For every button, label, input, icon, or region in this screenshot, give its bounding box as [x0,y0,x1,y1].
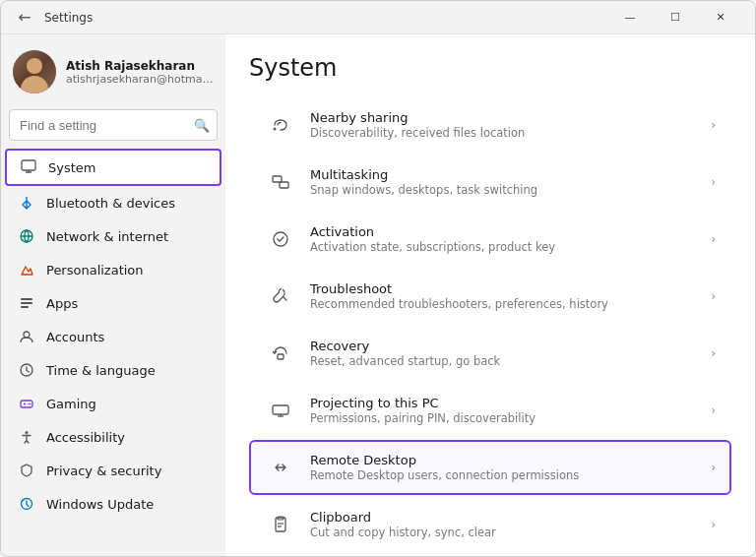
nearby-sharing-desc: Discoverability, received files location [310,126,697,140]
sidebar-item-gaming[interactable]: Gaming [5,387,221,420]
projecting-text: Projecting to this PC Permissions, pairi… [310,396,697,425]
time-icon [17,360,36,380]
settings-item-multitasking[interactable]: Multitasking Snap windows, desktops, tas… [249,155,731,210]
recovery-desc: Reset, advanced startup, go back [310,354,697,368]
multitasking-desc: Snap windows, desktops, task switching [310,183,697,197]
user-profile[interactable]: Atish Rajasekharan atishrjasekharan@hotm… [1,34,225,105]
sidebar: Atish Rajasekharan atishrjasekharan@hotm… [1,34,225,556]
svg-rect-19 [280,182,288,188]
sidebar-item-label: Time & language [46,363,156,378]
recovery-icon [265,338,296,369]
nearby-sharing-title: Nearby sharing [310,110,697,125]
troubleshoot-desc: Recommended troubleshooters, preferences… [310,297,697,311]
search-icon: 🔍 [194,118,210,133]
search-input[interactable] [9,109,218,141]
settings-item-troubleshoot[interactable]: Troubleshoot Recommended troubleshooters… [249,269,731,324]
activation-chevron: › [711,232,716,246]
sidebar-item-accounts[interactable]: Accounts [5,320,221,353]
sidebar-item-label: Accounts [46,330,104,344]
settings-item-clipboard[interactable]: Clipboard Cut and copy history, sync, cl… [249,497,731,552]
nav-list: System Bluetooth & devices Network & int… [1,149,225,521]
sidebar-item-privacy[interactable]: Privacy & security [5,454,221,487]
user-info: Atish Rajasekharan atishrjasekharan@hotm… [66,59,214,86]
remote-desktop-desc: Remote Desktop users, connection permiss… [310,468,697,482]
page-title: System [249,54,731,82]
titlebar-title: Settings [44,11,599,25]
troubleshoot-chevron: › [711,289,716,303]
svg-rect-7 [21,306,29,308]
multitasking-text: Multitasking Snap windows, desktops, tas… [310,167,697,197]
remote-desktop-chevron: › [711,461,716,474]
user-name: Atish Rajasekharan [66,59,214,73]
accounts-icon [17,327,36,346]
sidebar-item-bluetooth[interactable]: Bluetooth & devices [5,186,221,219]
sidebar-item-label: Bluetooth & devices [46,196,175,211]
recovery-text: Recovery Reset, advanced startup, go bac… [310,339,697,368]
svg-rect-6 [21,302,32,304]
windows-update-icon [17,494,36,514]
settings-window: ← Settings — ☐ ✕ Atish Rajasekharan atis… [0,0,756,557]
activation-text: Activation Activation state, subscriptio… [310,224,697,254]
sidebar-item-label: Network & internet [46,229,168,244]
svg-point-8 [24,332,30,338]
settings-item-nearby-sharing[interactable]: Nearby sharing Discoverability, received… [249,97,731,153]
sidebar-item-windows-update[interactable]: Windows Update [5,487,221,521]
sidebar-item-personalization[interactable]: Personalization [5,253,221,286]
sidebar-item-time[interactable]: Time & language [5,353,221,387]
bluetooth-icon [17,193,36,213]
personalization-icon [17,260,36,279]
svg-rect-5 [21,298,32,300]
sidebar-item-label: System [48,160,95,175]
close-button[interactable]: ✕ [698,1,743,34]
search-box: 🔍 [9,109,218,141]
svg-rect-22 [273,405,288,414]
sidebar-item-network[interactable]: Network & internet [5,219,221,253]
recovery-title: Recovery [310,339,697,353]
minimize-button[interactable]: — [607,1,653,34]
svg-point-20 [274,232,287,246]
sidebar-item-label: Privacy & security [46,464,161,478]
remote-desktop-icon [265,452,296,483]
main-content: System Nearby sharing Discoverability, r… [225,34,755,556]
maximize-button[interactable]: ☐ [653,1,698,34]
multitasking-chevron: › [711,175,716,189]
projecting-icon [265,395,296,426]
recovery-chevron: › [711,346,716,360]
svg-point-13 [28,403,30,405]
svg-rect-18 [273,176,282,182]
settings-item-projecting[interactable]: Projecting to this PC Permissions, pairi… [249,383,731,438]
clipboard-chevron: › [711,518,716,531]
multitasking-title: Multitasking [310,167,697,182]
content-area: Atish Rajasekharan atishrjasekharan@hotm… [1,34,755,556]
projecting-chevron: › [711,403,716,417]
sidebar-item-system[interactable]: System [5,149,221,186]
gaming-icon [17,394,36,413]
activation-title: Activation [310,224,697,239]
system-icon [19,157,38,177]
troubleshoot-title: Troubleshoot [310,281,697,296]
settings-item-remote-desktop[interactable]: Remote Desktop Remote Desktop users, con… [249,440,731,495]
settings-item-about[interactable]: About Device specifications, rename PC, … [249,554,731,556]
clipboard-title: Clipboard [310,510,697,525]
projecting-title: Projecting to this PC [310,396,697,410]
user-email: atishrjasekharan@hotmail.com [66,73,214,86]
titlebar: ← Settings — ☐ ✕ [1,1,755,34]
svg-rect-21 [278,354,284,359]
activation-desc: Activation state, subscriptions, product… [310,240,697,254]
settings-item-activation[interactable]: Activation Activation state, subscriptio… [249,212,731,267]
sidebar-item-apps[interactable]: Apps [5,286,221,320]
projecting-desc: Permissions, pairing PIN, discoverabilit… [310,411,697,425]
sidebar-item-label: Accessibility [46,430,125,445]
nearby-sharing-icon [265,109,296,141]
clipboard-icon [265,509,296,540]
window-controls: — ☐ ✕ [607,1,743,34]
svg-point-14 [30,403,32,405]
apps-icon [17,293,36,313]
sidebar-item-label: Personalization [46,263,144,278]
multitasking-icon [265,166,296,198]
sidebar-item-accessibility[interactable]: Accessibility [5,420,221,454]
back-button[interactable]: ← [13,6,36,30]
settings-item-recovery[interactable]: Recovery Reset, advanced startup, go bac… [249,326,731,381]
svg-rect-0 [22,160,35,170]
sidebar-item-label: Apps [46,296,78,311]
